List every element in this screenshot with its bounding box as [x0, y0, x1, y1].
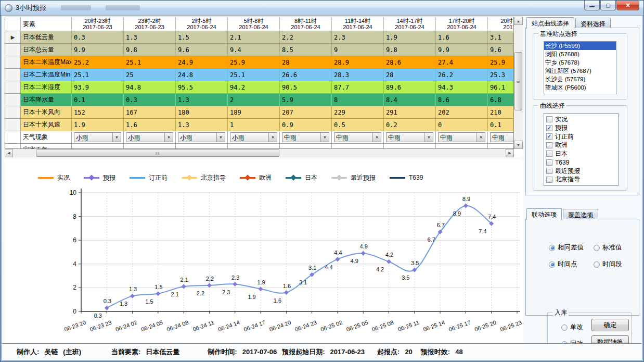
- table-cell[interactable]: 28: [280, 56, 332, 69]
- curve-checkbox-row[interactable]: 北京指导: [546, 176, 618, 184]
- curve-checkbox-row[interactable]: ✓预报: [546, 124, 618, 133]
- table-cell[interactable]: [332, 144, 384, 149]
- row-selector[interactable]: [5, 56, 21, 69]
- table-cell[interactable]: 26.2: [436, 69, 488, 81]
- checkbox-icon[interactable]: [546, 116, 552, 122]
- radio-icon[interactable]: [594, 261, 600, 268]
- row-selector[interactable]: [5, 106, 21, 119]
- table-cell[interactable]: 1.3: [124, 31, 176, 44]
- minimize-button[interactable]: ▬: [584, 1, 600, 10]
- table-cell[interactable]: 26.6: [280, 69, 332, 81]
- scroll-right-icon[interactable]: ▶: [506, 149, 514, 157]
- weather-dropdown[interactable]: 小雨▼: [126, 132, 173, 142]
- tab-link-options[interactable]: 联动选项: [526, 208, 562, 220]
- chevron-down-icon[interactable]: ▼: [372, 133, 381, 142]
- table-cell[interactable]: 1: [228, 119, 280, 131]
- checkbox-icon[interactable]: [546, 177, 552, 183]
- link-option-radio[interactable]: 相同差值: [549, 243, 584, 252]
- table-cell[interactable]: 0.3: [72, 31, 124, 44]
- station-list-item[interactable]: 长沙 (P5599): [544, 42, 616, 50]
- table-cell[interactable]: 9.6: [488, 44, 514, 56]
- table-cell[interactable]: 5.9: [280, 94, 332, 106]
- row-selector[interactable]: [5, 144, 21, 149]
- table-cell[interactable]: 0.1: [488, 119, 514, 131]
- station-listbox[interactable]: 长沙 (P5599)浏阳 (57688)宁乡 (57678)湘江新区 (5768…: [544, 41, 616, 94]
- row-selector[interactable]: ▶: [5, 31, 21, 44]
- table-cell[interactable]: 24.8: [176, 69, 228, 81]
- table-cell[interactable]: 28: [384, 69, 436, 81]
- table-cell[interactable]: 28.3: [332, 69, 384, 81]
- table-cell[interactable]: 25: [124, 69, 176, 81]
- curve-checkbox-row[interactable]: 日本: [546, 149, 618, 158]
- chevron-down-icon[interactable]: ▼: [216, 133, 225, 142]
- curve-checkbox-row[interactable]: T639: [546, 158, 618, 167]
- table-cell[interactable]: [280, 144, 332, 149]
- weather-dropdown[interactable]: 中雨▼: [334, 132, 381, 142]
- table-cell[interactable]: 25.1: [124, 56, 176, 69]
- checkbox-icon[interactable]: [546, 159, 552, 166]
- row-selector[interactable]: [5, 94, 21, 106]
- table-cell[interactable]: 0: [436, 119, 488, 131]
- table-cell[interactable]: 9.6: [176, 44, 228, 56]
- table-cell[interactable]: 152: [72, 106, 124, 119]
- table-cell[interactable]: 25.3: [488, 69, 514, 81]
- radio-icon[interactable]: [549, 245, 555, 251]
- table-cell[interactable]: [124, 144, 176, 149]
- table-cell[interactable]: [488, 144, 514, 149]
- table-cell[interactable]: 93.9: [72, 81, 124, 94]
- table-vertical-scrollbar[interactable]: ▲ ☰ ▼: [514, 17, 523, 149]
- table-cell[interactable]: 8.5: [280, 44, 332, 56]
- weather-dropdown[interactable]: 小雨▼: [230, 132, 277, 142]
- table-cell[interactable]: 25.1: [72, 69, 124, 81]
- radio-icon[interactable]: [549, 261, 555, 268]
- link-option-radio[interactable]: 时间点: [549, 260, 577, 269]
- table-cell[interactable]: 229: [332, 106, 384, 119]
- row-selector[interactable]: [5, 44, 21, 56]
- table-cell[interactable]: 291: [384, 106, 436, 119]
- station-list-item[interactable]: 宁乡 (57678): [544, 58, 616, 67]
- table-cell[interactable]: 202: [436, 106, 488, 119]
- maximize-button[interactable]: ▢: [600, 1, 616, 10]
- table-horizontal-scrollbar[interactable]: ◀ ‖‖ ▶: [5, 149, 514, 157]
- table-cell[interactable]: 1.9: [384, 31, 436, 44]
- scroll-left-icon[interactable]: ◀: [5, 149, 13, 157]
- table-cell[interactable]: [436, 144, 488, 149]
- checkbox-icon[interactable]: [546, 151, 552, 157]
- table-cell[interactable]: 9: [332, 44, 384, 56]
- table-cell[interactable]: 2.3: [332, 31, 384, 44]
- table-cell[interactable]: 9.9: [72, 44, 124, 56]
- table-cell[interactable]: 94.2: [228, 81, 280, 94]
- vertical-scroll-thumb[interactable]: ☰: [514, 52, 522, 110]
- table-cell[interactable]: 90.5: [280, 81, 332, 94]
- table-cell[interactable]: 3.1: [488, 31, 514, 44]
- curve-checkbox-row[interactable]: ✓订正前: [546, 132, 618, 141]
- table-cell[interactable]: 9.8: [124, 44, 176, 56]
- table-cell[interactable]: 1.6: [436, 31, 488, 44]
- scroll-down-icon[interactable]: ▼: [514, 141, 523, 149]
- row-selector[interactable]: [5, 131, 21, 144]
- table-cell[interactable]: 94.8: [124, 81, 176, 94]
- chevron-down-icon[interactable]: ▼: [320, 133, 329, 142]
- row-selector[interactable]: [5, 119, 21, 131]
- table-cell[interactable]: 27.4: [436, 56, 488, 69]
- checkbox-icon[interactable]: ✓: [546, 133, 552, 140]
- storage-radio-single[interactable]: 单改: [561, 323, 583, 332]
- table-cell[interactable]: 1.9: [72, 119, 124, 131]
- radio-icon[interactable]: [594, 245, 600, 251]
- weather-dropdown[interactable]: 中雨▼: [438, 132, 485, 142]
- weather-dropdown[interactable]: 中雨▼: [386, 132, 433, 142]
- table-cell[interactable]: 9.8: [384, 44, 436, 56]
- table-cell[interactable]: [72, 144, 124, 149]
- table-cell[interactable]: 96.1: [488, 81, 514, 94]
- table-cell[interactable]: 25.1: [228, 69, 280, 81]
- table-cell[interactable]: 1.3: [176, 119, 228, 131]
- table-cell[interactable]: 0.1: [72, 94, 124, 106]
- table-cell[interactable]: 0.2: [384, 119, 436, 131]
- table-cell[interactable]: 94.3: [436, 81, 488, 94]
- table-cell[interactable]: 28.6: [384, 56, 436, 69]
- table-cell[interactable]: 8.4: [384, 94, 436, 106]
- table-cell[interactable]: 2: [228, 94, 280, 106]
- weather-dropdown[interactable]: 小雨▼: [74, 132, 121, 142]
- table-cell[interactable]: 0.3: [124, 94, 176, 106]
- horizontal-scroll-thumb[interactable]: ‖‖: [36, 149, 279, 157]
